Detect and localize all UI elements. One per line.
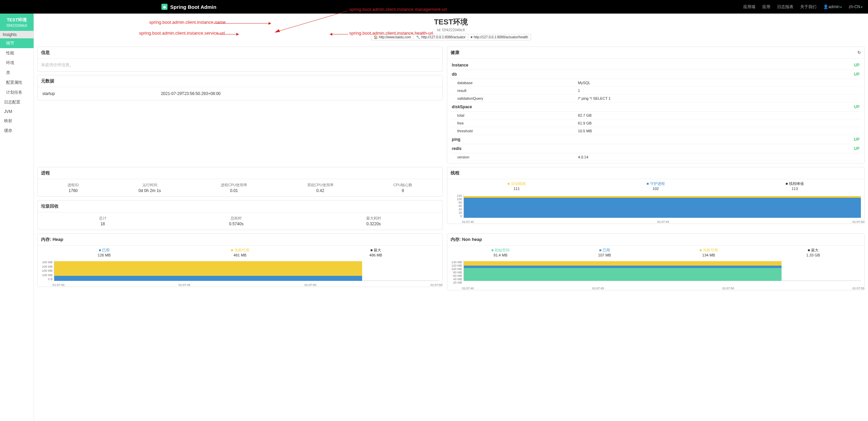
card-threads: 线程 活动线程111守护进程102线程峰值113 120100806040200…: [447, 167, 865, 224]
sidebar-item-mappings[interactable]: 映射: [0, 116, 34, 126]
health-row[interactable]: pingUP: [451, 135, 861, 144]
instance-header: TEST环境 Id: f2f4222048c8 🏠http://www.baid…: [37, 14, 865, 43]
legend-item: 守护进程102: [647, 181, 665, 191]
svg-marker-1: [269, 22, 271, 25]
legend-item: 已用126 MB: [98, 248, 111, 257]
health-row[interactable]: InstanceUP: [451, 61, 861, 70]
sidebar-item-env[interactable]: 环境: [0, 58, 34, 68]
card-title: 健康: [451, 50, 459, 56]
nonheap-chart: 140 MB120 MB100 MB80 MB60 MB40 MB20 MB: [447, 259, 864, 286]
card-title: 垃圾回收: [41, 203, 59, 209]
sidebar-item-jvm[interactable]: JVM: [0, 107, 34, 116]
sidebar-item-beans[interactable]: 类: [0, 68, 34, 78]
health-url-button[interactable]: ♥http://127.0.0.1:8088/actuator/health: [468, 34, 531, 40]
stat: 系统CPU使用率0.42: [307, 183, 334, 193]
card-title: 线程: [451, 170, 459, 176]
status-badge: UP: [854, 72, 860, 77]
sidebar-item-loggers[interactable]: 日志配置: [0, 97, 34, 107]
stat: 运行时间0d 0h 2m 1s: [139, 183, 161, 193]
stat: 最大耗时0.3220s: [366, 216, 381, 226]
health-detail: databaseMySQL: [451, 79, 861, 87]
wrench-icon: 🔧: [416, 35, 420, 39]
nav-wall[interactable]: 应用墙: [743, 4, 755, 10]
sidebar-section: Insights: [0, 31, 34, 38]
legend-item: 初始空间91.4 MB: [491, 248, 510, 257]
status-badge: UP: [854, 137, 860, 142]
nav-items: 应用墙 应用 日志报表 关于我们 👤admin▾ zh-CN▾: [743, 4, 863, 10]
home-icon: 🏠: [374, 35, 378, 39]
refresh-icon[interactable]: ↻: [857, 50, 861, 55]
card-title: 元数据: [41, 78, 54, 84]
meta-row: startup 2021-07-29T23:56:50.293+08:00: [41, 89, 439, 98]
status-badge: UP: [854, 146, 860, 151]
card-health: 健康 ↻ InstanceUPdbUPdatabaseMySQLresult1v…: [447, 46, 865, 164]
health-row[interactable]: dbUP: [451, 70, 861, 79]
card-heap: 内存: Heap 已用126 MB当前可用481 MB最大486 MB 100 …: [37, 233, 443, 287]
user-icon: 👤: [823, 4, 828, 9]
brand[interactable]: ◆ Spring Boot Admin: [161, 4, 216, 10]
annotation-service: spring.boot.admin.client.instance.servic…: [139, 31, 225, 36]
sidebar-item-configprops[interactable]: 配置属性: [0, 78, 34, 88]
health-detail: total82.7 GB: [451, 112, 861, 119]
legend-item: 线程峰值113: [786, 181, 804, 191]
nav-user[interactable]: 👤admin▾: [823, 4, 842, 9]
card-info: 信息 未提供任何信息。: [37, 46, 443, 72]
health-detail: threshold10.5 MB: [451, 127, 861, 135]
sidebar: TEST环境 f2f4222048c8 Insights 细节 性能 环境 类 …: [0, 14, 34, 421]
health-detail: version4.0.14: [451, 153, 861, 161]
card-gc: 垃圾回收 总计18总耗时0.5740s最大耗时0.3220s: [37, 200, 443, 230]
health-row[interactable]: redisUP: [451, 144, 861, 153]
heap-chart: 100 MB100 MB100 MB100 MB0 B: [38, 259, 442, 282]
arrow-icon: [214, 22, 271, 25]
legend-item: 最大1.33 GB: [806, 248, 820, 257]
status-badge: UP: [854, 104, 860, 109]
heart-icon: ♥: [471, 35, 473, 39]
legend-item: 已用107 MB: [598, 248, 611, 257]
legend-item: 当前可用134 MB: [699, 248, 718, 257]
chevron-down-icon: ▾: [861, 5, 863, 9]
card-metadata: 元数据 startup 2021-07-29T23:56:50.293+08:0…: [37, 75, 443, 100]
legend-item: 当前可用481 MB: [231, 248, 249, 257]
annotation-management: spring.boot.admin.client.instance.manage…: [349, 7, 447, 12]
card-title: 信息: [41, 50, 50, 56]
status-badge: UP: [854, 63, 860, 68]
legend-item: 活动线程111: [508, 181, 526, 191]
svg-marker-3: [236, 33, 239, 36]
stat: 总耗时0.5740s: [229, 216, 243, 226]
legend-item: 最大486 MB: [369, 248, 382, 257]
stat: CPU核心数8: [393, 183, 412, 193]
brand-text: Spring Boot Admin: [170, 4, 216, 10]
nav-lang[interactable]: zh-CN▾: [849, 4, 863, 9]
svg-marker-5: [275, 29, 280, 33]
health-detail: result1: [451, 87, 861, 95]
sidebar-item-details[interactable]: 细节: [0, 38, 34, 48]
svg-line-4: [277, 11, 348, 32]
card-title: 内存: Non heap: [451, 236, 482, 243]
sidebar-app-id: f2f4222048c8: [1, 24, 32, 27]
card-title: 进程: [41, 170, 50, 176]
card-nonheap: 内存: Non heap 初始空间91.4 MB已用107 MB当前可用134 …: [447, 233, 865, 290]
nav-logs[interactable]: 日志报表: [777, 4, 793, 10]
info-empty: 未提供任何信息。: [38, 59, 442, 71]
health-detail: validationQuery/* ping */ SELECT 1: [451, 95, 861, 102]
svg-marker-7: [330, 33, 332, 36]
threads-chart: 120100806040200: [447, 193, 864, 219]
brand-icon: ◆: [161, 4, 167, 10]
main: TEST环境 Id: f2f4222048c8 🏠http://www.baid…: [34, 14, 868, 421]
health-detail: free61.9 GB: [451, 119, 861, 127]
stat: 总计18: [99, 216, 106, 226]
nav-about[interactable]: 关于我们: [800, 4, 816, 10]
card-title: 内存: Heap: [41, 236, 63, 243]
sidebar-item-scheduled[interactable]: 计划任务: [0, 88, 34, 97]
sidebar-app-block[interactable]: TEST环境 f2f4222048c8: [0, 14, 34, 31]
sidebar-app-title: TEST环境: [1, 17, 32, 23]
stat: 进程ID1760: [67, 183, 79, 193]
arrow-icon: [330, 33, 348, 36]
nav-apps[interactable]: 应用: [762, 4, 770, 10]
arrow-icon: [217, 33, 239, 36]
health-row[interactable]: diskSpaceUP: [451, 102, 861, 112]
stat: 进程CPU使用率0.01: [221, 183, 247, 193]
arrow-icon: [275, 9, 349, 34]
sidebar-item-caches[interactable]: 缓存: [0, 126, 34, 136]
sidebar-item-metrics[interactable]: 性能: [0, 48, 34, 58]
